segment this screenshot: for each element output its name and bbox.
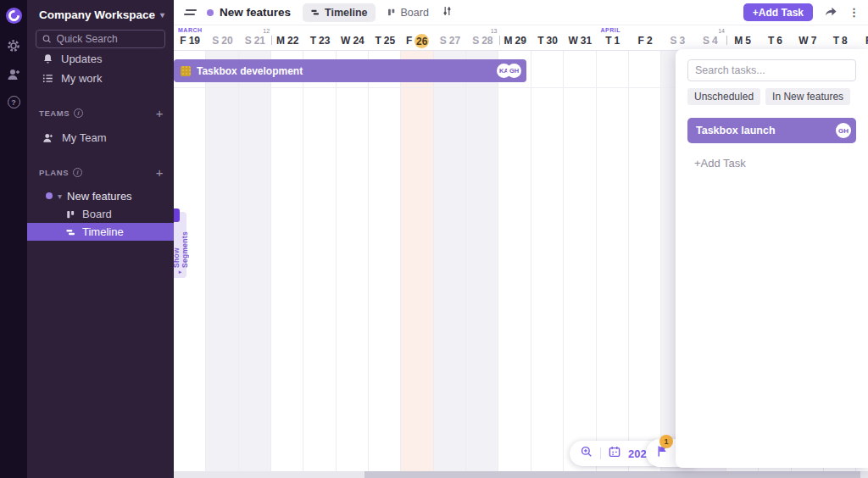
timeline-icon: [65, 227, 75, 237]
date-S-27[interactable]: S27: [434, 25, 466, 51]
tab-board[interactable]: Board: [379, 3, 437, 22]
date-day-letter: S: [703, 35, 709, 47]
date-F-2[interactable]: F2: [629, 25, 661, 51]
sidebar-view-timeline[interactable]: Timeline: [27, 223, 174, 241]
grid-column-t25[interactable]: [369, 51, 401, 471]
add-team-button[interactable]: +: [156, 106, 164, 120]
date-T-23[interactable]: T23: [303, 25, 336, 51]
grid-column-w31[interactable]: [564, 51, 596, 471]
calendar-icon[interactable]: [609, 446, 620, 461]
app: ? Company Workspace ▾ Updates My work TE…: [0, 0, 868, 478]
filter-chip[interactable]: Unscheduled: [687, 88, 760, 105]
date-T-6[interactable]: T6: [759, 25, 791, 51]
grid-column-s28[interactable]: [466, 51, 498, 471]
page-title: New features: [220, 6, 291, 19]
date-number: 28: [481, 35, 492, 47]
grid-column-s21[interactable]: [239, 51, 271, 471]
date-S-3[interactable]: S3: [661, 25, 693, 51]
task-bar-taskbox-development[interactable]: Taskbox development KAGH: [174, 59, 526, 82]
scrollbar-thumb[interactable]: [364, 471, 860, 478]
grid-column-m22[interactable]: [271, 51, 303, 471]
chevron-down-icon[interactable]: ▾: [58, 192, 62, 201]
sidebar-view-board[interactable]: Board: [27, 205, 174, 223]
add-task-button[interactable]: +Add Task: [743, 3, 813, 21]
date-day-letter: T: [537, 35, 543, 47]
date-F-9[interactable]: F9: [856, 25, 868, 51]
tab-timeline[interactable]: Timeline: [303, 3, 375, 22]
zoom-in-icon[interactable]: [581, 446, 593, 461]
grid-column-s20[interactable]: [206, 51, 238, 471]
bell-icon: [42, 53, 53, 64]
info-icon[interactable]: i: [74, 108, 83, 118]
team-icon: [42, 132, 54, 143]
date-header: F19MARCHS20S21M2212T23W24T25F26S27S28M29…: [174, 25, 868, 51]
quick-search[interactable]: [36, 30, 165, 48]
view-label: Timeline: [82, 225, 124, 238]
grid-column-s27[interactable]: [434, 51, 466, 471]
date-F-26[interactable]: F26: [401, 25, 433, 51]
sidebar-item-updates[interactable]: Updates: [27, 50, 174, 68]
date-W-24[interactable]: W24: [337, 25, 369, 51]
quick-search-input[interactable]: [57, 33, 159, 45]
grid-column-t1[interactable]: [597, 51, 629, 471]
date-M-29[interactable]: M29: [499, 25, 531, 51]
invite-members-icon[interactable]: [7, 68, 21, 81]
app-logo-icon[interactable]: [6, 8, 22, 24]
date-T-25[interactable]: T25: [369, 25, 401, 51]
date-W-31[interactable]: W31: [564, 25, 596, 51]
task-card-taskbox-launch[interactable]: Taskbox launch GH: [687, 118, 856, 143]
add-plan-button[interactable]: +: [156, 165, 164, 180]
panel-add-task-button[interactable]: +Add Task: [694, 157, 856, 170]
collapse-sidebar-icon[interactable]: [184, 9, 196, 15]
date-S-20[interactable]: S20: [206, 25, 238, 51]
tasks-side-panel: UnscheduledIn New features Taskbox launc…: [676, 49, 868, 468]
help-icon[interactable]: ?: [8, 96, 20, 108]
triangle-right-icon: ▸: [179, 269, 182, 275]
settings-gear-icon[interactable]: [7, 39, 20, 53]
list-icon: [42, 73, 53, 84]
date-T-8[interactable]: T8: [824, 25, 856, 51]
task-avatars: KAGH: [501, 64, 521, 78]
date-number: 23: [319, 35, 330, 47]
date-number: 25: [384, 35, 395, 47]
task-search-input[interactable]: [687, 59, 856, 81]
filter-sliders-icon[interactable]: [442, 5, 453, 20]
date-number: 21: [254, 35, 265, 47]
grid-column-f26[interactable]: [401, 51, 433, 471]
date-M-22[interactable]: M22: [271, 25, 303, 51]
date-T-30[interactable]: T30: [531, 25, 564, 51]
date-day-letter: F: [638, 35, 644, 47]
grid-column-m29[interactable]: [499, 51, 531, 471]
workspace-switcher[interactable]: Company Workspace ▾: [27, 0, 174, 21]
share-icon[interactable]: [824, 5, 837, 20]
date-day-letter: S: [212, 35, 219, 47]
date-W-7[interactable]: W7: [792, 25, 824, 51]
sidebar-plan-new-features[interactable]: ▾ New features: [27, 186, 174, 205]
date-day-letter: M: [734, 35, 743, 47]
tab-label: Timeline: [325, 7, 367, 19]
info-icon[interactable]: i: [73, 168, 82, 177]
kebab-menu-icon[interactable]: ⋮: [849, 7, 860, 18]
grid-column-w24[interactable]: [337, 51, 369, 471]
sidebar-item-label: Updates: [61, 53, 102, 65]
timeline-icon: [310, 8, 320, 17]
date-number: 7: [811, 35, 817, 47]
grid-column-t30[interactable]: [531, 51, 564, 471]
sidebar-item-my-work[interactable]: My work: [27, 69, 174, 87]
date-number: 22: [287, 35, 298, 47]
sidebar-item-my-team[interactable]: My Team: [27, 129, 174, 147]
date-number: 31: [581, 35, 592, 47]
teams-section-header: TEAMS i +: [27, 106, 174, 120]
date-day-letter: S: [245, 35, 252, 47]
icon-rail: ?: [0, 0, 27, 478]
date-day-letter: W: [341, 35, 350, 47]
date-day-letter: T: [605, 35, 611, 47]
grid-column-t23[interactable]: [303, 51, 336, 471]
chevron-down-icon: ▾: [160, 10, 164, 19]
sidebar: Company Workspace ▾ Updates My work TEAM…: [27, 0, 174, 478]
teams-header-label: TEAMS: [39, 108, 70, 118]
grid-column-f2[interactable]: [629, 51, 661, 471]
horizontal-scrollbar[interactable]: [174, 471, 868, 478]
filter-chip[interactable]: In New features: [765, 88, 850, 105]
date-M-5[interactable]: M5: [726, 25, 759, 51]
